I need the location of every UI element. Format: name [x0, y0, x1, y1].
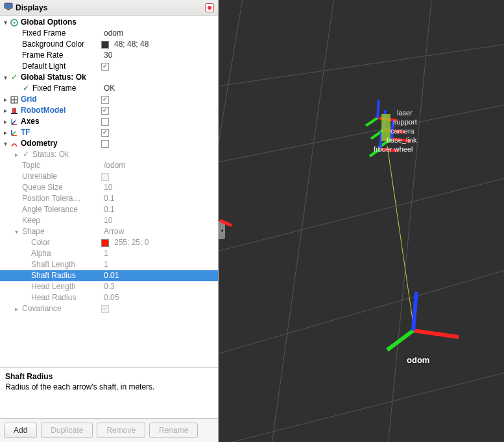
checkbox[interactable]: ✓	[101, 107, 109, 115]
expand-icon[interactable]: ▸	[12, 303, 21, 314]
tree-item-odometry[interactable]: ▾ Odometry	[0, 138, 218, 149]
expand-icon[interactable]: ▸	[0, 94, 9, 105]
checkbox[interactable]: ✓	[101, 96, 109, 104]
tree-item-odo-head-rad[interactable]: Head Radius 0.05	[0, 292, 218, 303]
frame-label: support	[393, 118, 417, 126]
label: Topic	[21, 160, 40, 171]
svg-rect-7	[12, 108, 16, 113]
tree-item-tf[interactable]: ▸ TF ✓	[0, 127, 218, 138]
tree-item-odo-ang-tol[interactable]: Angle Tolerance 0.1	[0, 204, 218, 215]
value[interactable]: 10	[101, 182, 112, 193]
expand-icon[interactable]: ▸	[0, 127, 9, 138]
label: Unreliable	[21, 171, 57, 182]
checkbox[interactable]	[101, 140, 109, 148]
expand-icon[interactable]: ▸	[0, 105, 9, 116]
label: Color	[30, 237, 50, 248]
collapse-icon[interactable]: ▾	[0, 138, 9, 149]
tree-item-axes[interactable]: ▸ Axes	[0, 116, 218, 127]
tree-item-background-color[interactable]: Background Color 48; 48; 48	[0, 39, 218, 50]
label: Shape	[21, 226, 45, 237]
tree-item-odo-shape[interactable]: ▾Shape Arrow	[0, 226, 218, 237]
expand-icon[interactable]: ▸	[12, 149, 21, 160]
tree-item-odo-unreliable[interactable]: Unreliable	[0, 171, 218, 182]
tree-item-odo-alpha[interactable]: Alpha 1	[0, 248, 218, 259]
svg-line-19	[219, 363, 504, 442]
tree-item-status-fixed-frame[interactable]: ✓Fixed Frame OK	[0, 83, 218, 94]
value[interactable]: 0.3	[101, 281, 115, 292]
3d-viewport[interactable]: ◂ odom	[219, 0, 504, 442]
svg-rect-0	[5, 3, 12, 8]
tree-item-odo-keep[interactable]: Keep 10	[0, 215, 218, 226]
label: Queue Size	[21, 182, 63, 193]
svg-line-24	[387, 146, 413, 324]
close-icon[interactable]	[205, 3, 214, 12]
tree-item-odo-color[interactable]: Color 255; 25; 0	[0, 237, 218, 248]
displays-panel: Displays ▾ Global Options Fixed Frame od…	[0, 0, 219, 442]
display-tree[interactable]: ▾ Global Options Fixed Frame odom Backgr…	[0, 16, 218, 367]
value[interactable]: Arrow	[101, 226, 124, 237]
checkbox[interactable]	[101, 173, 109, 181]
color-swatch[interactable]	[101, 41, 109, 49]
label: Shaft Length	[30, 259, 75, 270]
checkbox[interactable]	[101, 118, 109, 126]
checkbox[interactable]: ✓	[101, 129, 109, 137]
svg-line-26	[387, 331, 413, 350]
label: RobotModel	[19, 105, 66, 116]
checkbox[interactable]: ✓	[101, 305, 109, 313]
label: Odometry	[19, 138, 58, 149]
label: Global Options	[19, 17, 77, 28]
value[interactable]: 1	[101, 259, 108, 270]
tree-item-default-light[interactable]: Default Light ✓	[0, 61, 218, 72]
tree-item-grid[interactable]: ▸ Grid ✓	[0, 94, 218, 105]
checkbox[interactable]: ✓	[101, 63, 109, 71]
tree-item-fixed-frame[interactable]: Fixed Frame odom	[0, 28, 218, 39]
label: Angle Tolerance	[21, 204, 78, 215]
value[interactable]: /odom	[101, 160, 125, 171]
value[interactable]: 30	[101, 50, 112, 61]
tree-item-frame-rate[interactable]: Frame Rate 30	[0, 50, 218, 61]
duplicate-button: Duplicate	[41, 423, 93, 438]
check-icon: ✓	[21, 83, 31, 94]
value[interactable]: 0.01	[101, 270, 119, 281]
tree-item-global-status[interactable]: ▾ ✓ Global Status: Ok	[0, 72, 218, 83]
tree-item-global-options[interactable]: ▾ Global Options	[0, 17, 218, 28]
svg-rect-8	[11, 113, 18, 114]
value[interactable]: 10	[101, 215, 112, 226]
svg-rect-1	[7, 9, 10, 10]
tree-item-odo-status[interactable]: ▸✓Status: Ok	[0, 149, 218, 160]
svg-line-11	[12, 121, 16, 124]
check-icon: ✓	[9, 72, 19, 83]
color-swatch[interactable]	[101, 239, 109, 247]
label: Default Light	[21, 61, 66, 72]
check-icon: ✓	[21, 149, 31, 160]
panel-header: Displays	[0, 0, 218, 16]
rename-button: Rename	[149, 423, 198, 438]
gear-icon	[9, 19, 19, 27]
tree-item-odo-pos-tol[interactable]: Position Tolera… 0.1	[0, 193, 218, 204]
value[interactable]: 0.1	[101, 204, 115, 215]
add-button[interactable]: Add	[4, 423, 37, 438]
description-box: Shaft Radius Radius of the each arrow's …	[0, 367, 218, 418]
tree-item-odo-topic[interactable]: Topic /odom	[0, 160, 218, 171]
label: Covariance	[21, 303, 62, 314]
collapse-icon[interactable]: ▾	[12, 226, 21, 237]
tree-item-robot-model[interactable]: ▸ RobotModel ✓	[0, 105, 218, 116]
panel-title: Displays	[16, 3, 202, 12]
svg-line-41	[220, 220, 232, 226]
description-body: Radius of the each arrow's shaft, in met…	[5, 382, 213, 391]
tree-item-odo-head-len[interactable]: Head Length 0.3	[0, 281, 218, 292]
monitor-icon	[4, 2, 13, 13]
value[interactable]: odom	[101, 28, 123, 39]
expand-icon[interactable]: ▸	[0, 116, 9, 127]
robot-icon	[9, 107, 19, 115]
collapse-icon[interactable]: ▾	[0, 72, 9, 83]
value[interactable]: 0.05	[101, 292, 119, 303]
value[interactable]: 1	[101, 248, 108, 259]
tree-item-odo-covariance[interactable]: ▸Covariance ✓	[0, 303, 218, 314]
value[interactable]: 0.1	[101, 193, 115, 204]
tree-item-odo-shaft-rad[interactable]: Shaft Radius 0.01	[0, 270, 218, 281]
collapse-icon[interactable]: ▾	[0, 17, 9, 28]
tree-item-odo-queue[interactable]: Queue Size 10	[0, 182, 218, 193]
frame-label: camera	[390, 127, 415, 135]
tree-item-odo-shaft-len[interactable]: Shaft Length 1	[0, 259, 218, 270]
